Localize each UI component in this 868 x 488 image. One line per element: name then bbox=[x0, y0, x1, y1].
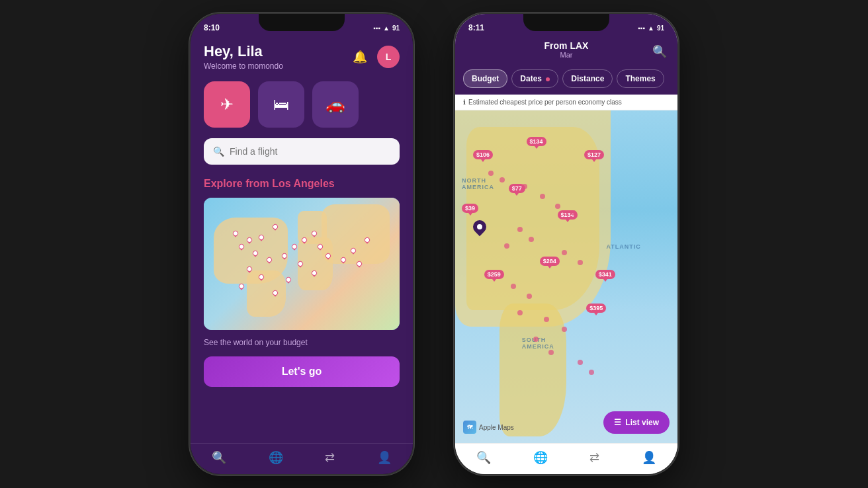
north-label: NORTHAMERICA bbox=[462, 177, 494, 190]
price-pin-7[interactable]: $284 bbox=[540, 257, 560, 266]
battery-icon-2: 91 bbox=[657, 24, 664, 32]
avatar[interactable]: L bbox=[377, 46, 400, 68]
city-dot bbox=[522, 184, 527, 189]
filter-tabs: Budget Dates Distance Themes bbox=[455, 65, 677, 95]
city-dot bbox=[589, 370, 594, 375]
wifi-icon: ▲ bbox=[383, 24, 390, 32]
nav2-explore[interactable]: 🌐 bbox=[533, 450, 548, 465]
info-icon: ℹ bbox=[463, 99, 466, 106]
bottom-nav-1: 🔍 🌐 ⇄ 👤 bbox=[191, 443, 413, 474]
phone2-header: From LAX Mar 🔍 bbox=[455, 38, 677, 65]
city-dot bbox=[511, 284, 516, 289]
city-dot bbox=[562, 327, 567, 332]
nav-profile[interactable]: 👤 bbox=[377, 450, 392, 465]
cars-category-icon[interactable]: 🚗 bbox=[312, 81, 359, 128]
city-dot bbox=[533, 337, 539, 342]
list-view-button[interactable]: ☰ List view bbox=[603, 411, 670, 434]
explore-map[interactable] bbox=[204, 198, 400, 330]
city-dot bbox=[529, 237, 534, 242]
city-dot bbox=[555, 204, 560, 209]
list-icon: ☰ bbox=[614, 418, 621, 427]
ocean-label-atlantic: ATLANTIC bbox=[606, 243, 640, 250]
signal-icon-2: ▪▪▪ bbox=[638, 24, 645, 32]
hotels-category-icon[interactable]: 🛏 bbox=[258, 81, 304, 128]
phone-1: 8:10 ▪▪▪ ▲ 91 Hey, Lila Welcome to momon… bbox=[189, 13, 414, 475]
search-button-icon[interactable]: 🔍 bbox=[652, 44, 667, 59]
city-dot bbox=[527, 294, 532, 299]
price-pin-4[interactable]: $39 bbox=[462, 204, 478, 213]
map2-background: ATLANTIC NORTHAMERICA SOUTHAMERICA $106 … bbox=[455, 110, 677, 443]
battery-icon: 91 bbox=[392, 24, 400, 32]
category-icons: ✈ 🛏 🚗 bbox=[191, 79, 413, 138]
explore-title: Explore from Los Angeles bbox=[191, 178, 413, 198]
city-dot bbox=[571, 210, 576, 216]
city-dot bbox=[540, 194, 545, 199]
tab-themes[interactable]: Themes bbox=[617, 69, 664, 88]
flight-map[interactable]: ATLANTIC NORTHAMERICA SOUTHAMERICA $106 … bbox=[455, 110, 677, 443]
origin-label: From LAX bbox=[544, 40, 589, 51]
tab-dates[interactable]: Dates bbox=[511, 69, 558, 88]
explore-city: Los Angeles bbox=[272, 178, 335, 189]
apple-maps-logo: 🗺 bbox=[463, 421, 476, 434]
lets-go-button[interactable]: Let's go bbox=[204, 356, 400, 387]
search-bar[interactable]: 🔍 bbox=[204, 138, 400, 165]
nav-search[interactable]: 🔍 bbox=[212, 450, 226, 465]
nav2-trips[interactable]: ⇄ bbox=[589, 450, 599, 465]
nav2-search[interactable]: 🔍 bbox=[476, 450, 491, 465]
tab-distance[interactable]: Distance bbox=[562, 69, 613, 88]
map-footer: 🗺 Apple Maps ☰ List view bbox=[455, 411, 677, 434]
search-icon: 🔍 bbox=[213, 146, 224, 157]
status-bar-1: 8:10 ▪▪▪ ▲ 91 bbox=[191, 14, 413, 38]
bottom-nav-2: 🔍 🌐 ⇄ 👤 bbox=[455, 443, 677, 474]
city-dot bbox=[578, 360, 583, 365]
from-lax: From LAX Mar bbox=[544, 40, 589, 59]
status-icons-1: ▪▪▪ ▲ 91 bbox=[373, 24, 400, 32]
status-bar-2: 8:11 ▪▪▪ ▲ 91 bbox=[455, 14, 677, 38]
price-pin-0[interactable]: $106 bbox=[473, 150, 493, 159]
wifi-icon-2: ▲ bbox=[648, 24, 654, 32]
status-time-1: 8:10 bbox=[204, 23, 220, 32]
price-pin-1[interactable]: $134 bbox=[527, 137, 546, 146]
month-label: Mar bbox=[544, 51, 589, 59]
header-icons: 🔔 L bbox=[349, 46, 400, 68]
price-pin-2[interactable]: $127 bbox=[584, 150, 604, 159]
price-pin-6[interactable]: $259 bbox=[484, 270, 504, 279]
map-background bbox=[204, 198, 400, 330]
greeting: Hey, Lila bbox=[204, 43, 283, 60]
flights-category-icon[interactable]: ✈ bbox=[204, 81, 250, 128]
status-icons-2: ▪▪▪ ▲ 91 bbox=[638, 24, 664, 32]
nav2-profile[interactable]: 👤 bbox=[642, 450, 656, 465]
nav-trips[interactable]: ⇄ bbox=[325, 450, 335, 465]
notification-bell-icon[interactable]: 🔔 bbox=[349, 46, 370, 67]
price-pin-9[interactable]: $395 bbox=[586, 304, 606, 313]
search-input[interactable] bbox=[230, 146, 390, 157]
price-note: ℹ Estimated cheapest price per person ec… bbox=[455, 95, 677, 110]
price-pin-8[interactable]: $341 bbox=[595, 270, 615, 279]
city-dot bbox=[488, 171, 494, 176]
apple-maps-attribution: 🗺 Apple Maps bbox=[463, 421, 514, 434]
city-dot bbox=[499, 177, 505, 183]
signal-icon: ▪▪▪ bbox=[373, 24, 380, 32]
phone-2: 8:11 ▪▪▪ ▲ 91 From LAX Mar 🔍 Budget Date… bbox=[454, 13, 679, 475]
tab-budget[interactable]: Budget bbox=[463, 69, 507, 88]
city-dot bbox=[517, 310, 523, 315]
dates-dot bbox=[546, 77, 550, 81]
status-time-2: 8:11 bbox=[468, 23, 484, 32]
subtitle: Welcome to momondo bbox=[204, 61, 283, 71]
promo-text: See the world on your budget bbox=[191, 330, 413, 352]
nav-explore[interactable]: 🌐 bbox=[269, 450, 283, 465]
phone1-title: Hey, Lila Welcome to momondo bbox=[204, 43, 283, 71]
phone1-header: Hey, Lila Welcome to momondo 🔔 L bbox=[191, 38, 413, 79]
